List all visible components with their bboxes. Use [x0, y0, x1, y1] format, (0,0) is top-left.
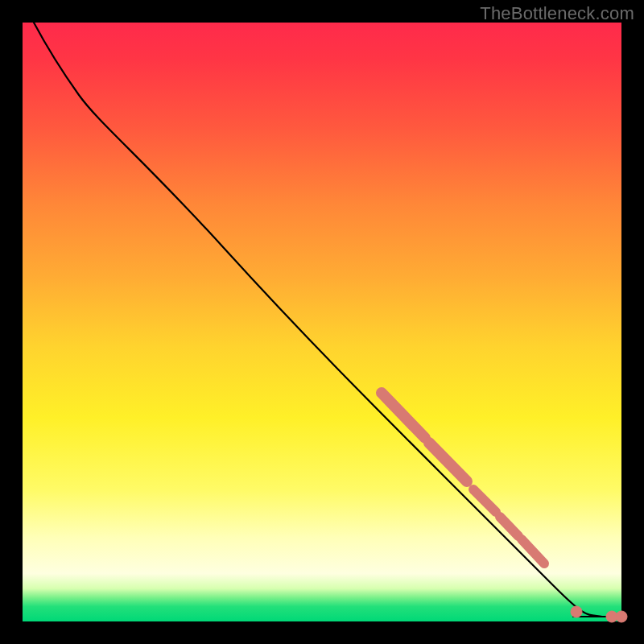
bottleneck-curve	[34, 23, 602, 617]
highlight-dot-1	[571, 606, 582, 617]
highlight-pills	[382, 393, 544, 564]
chart-stage: TheBottleneck.com	[0, 0, 644, 644]
chart-overlay	[23, 23, 621, 621]
highlight-dots	[571, 606, 627, 622]
highlight-pill-1	[382, 393, 425, 438]
watermark-text: TheBottleneck.com	[480, 3, 634, 24]
highlight-pill-2	[429, 443, 467, 481]
highlight-pill-5	[522, 539, 544, 564]
highlight-dot-3	[616, 611, 627, 622]
highlight-pill-4	[500, 517, 518, 536]
